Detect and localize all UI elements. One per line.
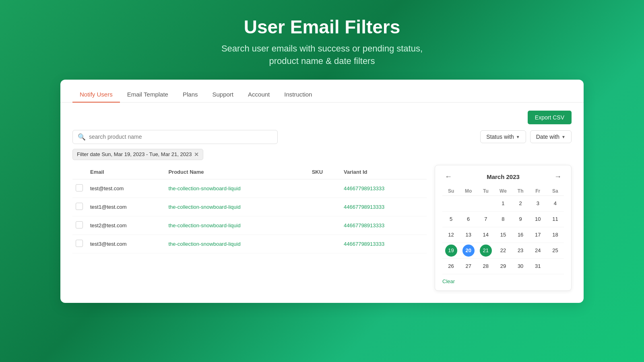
cal-day[interactable]: 20 bbox=[462, 245, 475, 257]
cal-day-cell: 27 bbox=[460, 258, 477, 274]
cal-day[interactable]: 13 bbox=[462, 229, 475, 241]
cal-day[interactable]: 1 bbox=[497, 197, 509, 210]
cal-day[interactable]: 5 bbox=[445, 213, 457, 225]
date-filter-dropdown[interactable]: Date with ▼ bbox=[530, 130, 572, 143]
table-wrap: Email Product Name SKU Variant Id test@t… bbox=[72, 165, 427, 291]
row-product: the-collection-snowboard-liquid bbox=[165, 179, 308, 197]
status-dropdown-arrow: ▼ bbox=[516, 135, 520, 139]
cal-day[interactable]: 17 bbox=[532, 229, 544, 241]
table-row: test3@test.com the-collection-snowboard-… bbox=[72, 234, 427, 253]
row-email: test3@test.com bbox=[87, 234, 165, 253]
cal-day-cell: 31 bbox=[529, 258, 547, 274]
tab-plans[interactable]: Plans bbox=[175, 87, 205, 103]
calendar-prev-button[interactable]: ← bbox=[442, 172, 454, 182]
cal-weekday: Su bbox=[442, 187, 460, 196]
table-row: test1@test.com the-collection-snowboard-… bbox=[72, 197, 427, 216]
cal-day-cell bbox=[477, 195, 494, 211]
row-checkbox[interactable] bbox=[76, 203, 83, 210]
calendar-title: March 2023 bbox=[487, 173, 520, 180]
row-checkbox[interactable] bbox=[76, 240, 83, 247]
cal-day-cell: 16 bbox=[512, 227, 529, 243]
cal-day-cell: 4 bbox=[547, 195, 564, 211]
cal-day-cell: 5 bbox=[442, 211, 460, 227]
cal-day[interactable]: 31 bbox=[532, 260, 544, 272]
cal-day[interactable]: 7 bbox=[480, 213, 492, 225]
export-csv-button[interactable]: Export CSV bbox=[528, 111, 572, 124]
cal-weekday: Th bbox=[512, 187, 529, 196]
tab-instruction[interactable]: Instruction bbox=[277, 87, 319, 103]
cal-weekday: Sa bbox=[547, 187, 564, 196]
active-filter-text: Filter date Sun, Mar 19, 2023 - Tue, Mar… bbox=[77, 151, 192, 157]
cal-day-cell: 21 bbox=[477, 243, 494, 258]
cal-day-cell: 25 bbox=[547, 243, 564, 258]
cal-day-cell: 13 bbox=[460, 227, 477, 243]
cal-day[interactable]: 14 bbox=[480, 229, 492, 241]
row-variant: 44667798913333 bbox=[341, 234, 427, 253]
cal-day[interactable]: 11 bbox=[549, 213, 561, 225]
cal-day-cell: 22 bbox=[494, 243, 512, 258]
cal-day-cell: 1 bbox=[494, 195, 512, 211]
calendar-grid: SuMoTuWeThFrSa 1234567891011121314151617… bbox=[442, 187, 564, 274]
cal-day[interactable]: 12 bbox=[445, 229, 457, 241]
cal-day-cell bbox=[547, 258, 564, 274]
cal-day[interactable]: 10 bbox=[532, 213, 544, 225]
row-variant: 44667798913333 bbox=[341, 216, 427, 234]
cal-day-cell: 7 bbox=[477, 211, 494, 227]
cal-day-cell: 26 bbox=[442, 258, 460, 274]
cal-day-cell: 10 bbox=[529, 211, 547, 227]
cal-day[interactable]: 4 bbox=[549, 197, 561, 210]
status-filter-dropdown[interactable]: Status with ▼ bbox=[480, 130, 526, 143]
search-input[interactable] bbox=[89, 134, 272, 140]
calendar-clear-button[interactable]: Clear bbox=[442, 278, 455, 284]
row-checkbox[interactable] bbox=[76, 184, 83, 191]
content-area: Email Product Name SKU Variant Id test@t… bbox=[72, 165, 572, 291]
main-card: Notify Users Email Template Plans Suppor… bbox=[60, 80, 584, 303]
search-icon: 🔍 bbox=[78, 133, 86, 141]
col-header-sku: SKU bbox=[309, 165, 341, 179]
cal-weekday: We bbox=[494, 187, 512, 196]
cal-day[interactable]: 18 bbox=[549, 229, 561, 241]
cal-day-cell: 28 bbox=[477, 258, 494, 274]
cal-day[interactable]: 24 bbox=[532, 245, 544, 257]
row-sku bbox=[309, 197, 341, 216]
row-email: test1@test.com bbox=[87, 197, 165, 216]
cal-day[interactable]: 25 bbox=[549, 245, 561, 257]
cal-day-cell: 19 bbox=[442, 243, 460, 258]
search-box: 🔍 bbox=[72, 130, 278, 144]
cal-day[interactable]: 3 bbox=[532, 197, 544, 210]
cal-day[interactable]: 26 bbox=[445, 260, 457, 272]
tab-email-template[interactable]: Email Template bbox=[120, 87, 175, 103]
cal-day[interactable]: 23 bbox=[514, 245, 526, 257]
hero-section: User Email Filters Search user emails wi… bbox=[221, 16, 423, 68]
cal-day-cell: 29 bbox=[494, 258, 512, 274]
cal-day[interactable]: 16 bbox=[514, 229, 526, 241]
cal-day[interactable]: 9 bbox=[514, 213, 526, 225]
filter-close-button[interactable]: ✕ bbox=[194, 151, 199, 158]
tab-notify-users[interactable]: Notify Users bbox=[72, 87, 120, 103]
cal-day-cell: 23 bbox=[512, 243, 529, 258]
row-sku bbox=[309, 179, 341, 197]
table-row: test@test.com the-collection-snowboard-l… bbox=[72, 179, 427, 197]
calendar-next-button[interactable]: → bbox=[552, 172, 564, 182]
nav-tabs: Notify Users Email Template Plans Suppor… bbox=[60, 80, 584, 103]
cal-day[interactable]: 2 bbox=[514, 197, 526, 210]
cal-day[interactable]: 8 bbox=[497, 213, 509, 225]
cal-day-cell: 2 bbox=[512, 195, 529, 211]
tab-account[interactable]: Account bbox=[241, 87, 277, 103]
cal-day[interactable]: 22 bbox=[497, 245, 509, 257]
cal-day-cell: 3 bbox=[529, 195, 547, 211]
cal-day[interactable]: 28 bbox=[480, 260, 492, 272]
cal-day[interactable]: 6 bbox=[462, 213, 475, 225]
cal-day[interactable]: 29 bbox=[497, 260, 509, 272]
cal-day[interactable]: 27 bbox=[462, 260, 475, 272]
table-row: test2@test.com the-collection-snowboard-… bbox=[72, 216, 427, 234]
cal-day[interactable]: 21 bbox=[480, 245, 492, 257]
cal-day[interactable]: 15 bbox=[497, 229, 509, 241]
row-checkbox[interactable] bbox=[76, 221, 83, 228]
cal-day[interactable]: 30 bbox=[514, 260, 526, 272]
cal-day-cell: 14 bbox=[477, 227, 494, 243]
col-header-email: Email bbox=[87, 165, 165, 179]
cal-weekday: Tu bbox=[477, 187, 494, 196]
tab-support[interactable]: Support bbox=[205, 87, 241, 103]
cal-day[interactable]: 19 bbox=[445, 245, 457, 257]
